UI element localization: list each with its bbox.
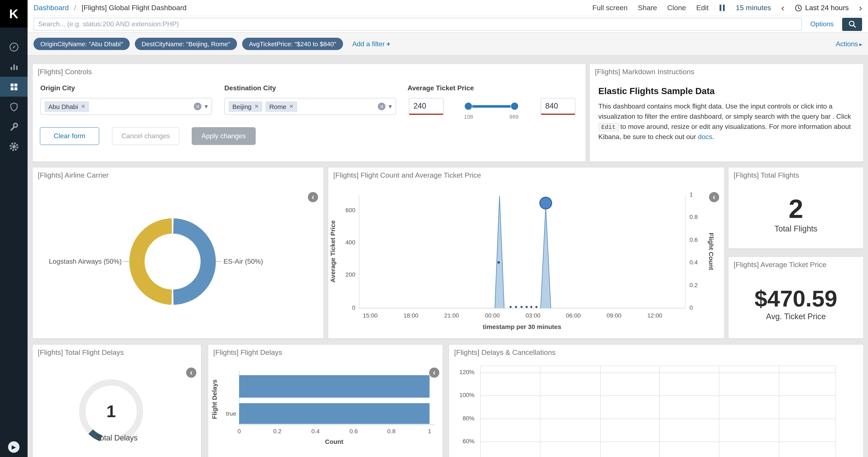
clear-selection-icon[interactable]: ✕ (194, 103, 202, 110)
markdown-body: Elastic Flights Sample Data This dashboa… (590, 80, 863, 142)
edit-button[interactable]: Edit (696, 4, 709, 12)
filter-pill-origin-city[interactable]: OriginCityName: "Abu Dhabi" (33, 38, 130, 50)
delays-cancellations-chart[interactable]: 120% 100% 80% 60% (449, 360, 864, 457)
top-menu: Full screen Share Clone Edit 15 minutes … (592, 3, 862, 12)
remove-pill-icon[interactable]: ✕ (254, 103, 259, 109)
remove-pill-icon[interactable]: ✕ (289, 103, 293, 109)
chevron-down-icon[interactable]: ▾ (389, 103, 392, 110)
metric[interactable]: $470.59 Avg. Ticket Price (728, 270, 863, 338)
cancel-changes-button[interactable]: Cancel changes (112, 127, 179, 145)
chevron-down-icon[interactable]: ▾ (205, 103, 208, 110)
panel-title: [Flights] Total Flight Delays (33, 345, 201, 361)
origin-city-combobox[interactable]: Abu Dhabi ✕ ✕ ▾ (40, 98, 212, 115)
share-button[interactable]: Share (638, 4, 657, 12)
slider-handle-max[interactable] (511, 103, 518, 110)
kibana-logo[interactable]: K (0, 0, 28, 28)
price-max-input[interactable] (540, 98, 576, 115)
query-bar: Options (28, 16, 868, 33)
svg-text:600: 600 (345, 207, 355, 214)
x-axis-title: Count (325, 438, 343, 445)
avg-price-area-series[interactable] (495, 196, 551, 308)
collapse-play-icon: ▶ (12, 444, 16, 450)
airline-donut-chart[interactable] (122, 211, 223, 313)
clear-form-button[interactable]: Clear form (40, 127, 99, 145)
svg-text:100%: 100% (459, 392, 474, 398)
label-line (123, 261, 129, 262)
x-axis-title: timestamp per 30 minutes (483, 323, 561, 330)
svg-text:06:00: 06:00 (566, 312, 581, 319)
search-icon (848, 20, 856, 28)
time-picker-button[interactable]: Last 24 hours (795, 4, 849, 12)
sidebar-item-dev-tools[interactable] (0, 117, 28, 136)
flight-delays-bar-chart[interactable]: true 0 0.2 0.4 0.6 0.8 1 Count Flight De… (208, 360, 443, 457)
pause-refresh-button[interactable] (719, 5, 725, 11)
svg-text:03:00: 03:00 (526, 312, 540, 319)
slider-min-label: 108 (464, 113, 473, 120)
breadcrumb-dashboard-link[interactable]: Dashboard (33, 4, 69, 12)
panel-average-ticket-price: [Flights] Average Ticket Price $470.59 A… (728, 257, 864, 339)
sidebar-item-discover[interactable] (0, 37, 28, 57)
svg-text:12:00: 12:00 (647, 312, 662, 319)
panel-controls: [Flights] Controls Origin City Abu Dhabi… (32, 64, 586, 162)
filter-actions-button[interactable]: Actions▸ (836, 40, 862, 48)
y-axis-left-ticks: 0 200 400 600 (345, 207, 355, 311)
clock-icon (795, 4, 802, 12)
sidebar-item-monitoring[interactable] (0, 97, 28, 117)
spy-panel-icon[interactable]: ‹ (186, 367, 196, 378)
time-back-button[interactable]: ‹ (781, 3, 784, 12)
metric-label: Total Flights (775, 224, 817, 233)
visualize-barchart-icon (8, 61, 19, 72)
remove-pill-icon[interactable]: ✕ (81, 103, 85, 109)
markdown-text: This dashboard contains mock flight data… (598, 103, 851, 120)
svg-text:80%: 80% (463, 415, 474, 422)
bar-true-1[interactable] (239, 375, 430, 398)
pause-icon (723, 5, 725, 11)
clone-button[interactable]: Clone (667, 4, 686, 12)
refresh-interval-button[interactable]: 15 minutes (736, 4, 771, 12)
edit-code-chip: Edit (598, 123, 618, 131)
apply-changes-button[interactable]: Apply changes (192, 127, 256, 145)
axis-lines (359, 195, 685, 308)
panel-flight-count-avg-price: [Flights] Flight Count and Average Ticke… (328, 167, 725, 339)
dev-tools-wrench-icon (8, 121, 19, 132)
svg-text:0: 0 (352, 304, 355, 311)
caret-right-icon: ▸ (859, 41, 862, 47)
price-min-input[interactable] (409, 98, 443, 115)
sidebar-nav (0, 37, 28, 157)
destination-city-combobox[interactable]: Beijing ✕ Rome ✕ ✕ ▾ (224, 98, 396, 115)
query-options-link[interactable]: Options (810, 20, 834, 28)
flight-count-chart[interactable]: 0 200 400 600 0 0.2 0.4 0.6 0.8 1 15 (328, 183, 725, 339)
sidebar-item-dashboard[interactable] (0, 77, 28, 97)
bar-true-2[interactable] (239, 403, 430, 424)
clear-selection-icon[interactable]: ✕ (378, 103, 386, 110)
search-button[interactable] (842, 18, 862, 31)
sidebar-item-management[interactable] (0, 136, 28, 157)
fullscreen-button[interactable]: Full screen (592, 4, 627, 12)
filter-pill-avg-ticket-price[interactable]: AvgTicketPrice: "$240 to $840" (242, 38, 343, 50)
pill-label: Abu Dhabi (48, 103, 78, 110)
svg-text:0.6: 0.6 (689, 236, 698, 243)
price-range-slider[interactable]: 108 999 (464, 100, 519, 113)
time-forward-button[interactable]: › (859, 3, 862, 12)
breadcrumb-separator: / (74, 4, 76, 12)
x-axis-ticks: 15:00 18:00 21:00 00:00 03:00 06:00 09:0… (363, 312, 662, 319)
metric[interactable]: 2 Total Flights (728, 180, 863, 249)
panel-title: [Flights] Flight Delays (208, 345, 443, 361)
sidebar-item-visualize[interactable] (0, 57, 28, 77)
svg-text:0.2: 0.2 (273, 428, 282, 434)
add-filter-button[interactable]: Add a filter+ (352, 40, 390, 48)
panel-title: [Flights] Airline Carrier (33, 167, 323, 184)
panel-title: [Flights] Markdown Instructions (590, 64, 863, 80)
collapse-nav-button[interactable]: ▶ (8, 441, 20, 453)
flight-count-marker[interactable] (540, 197, 552, 209)
time-range-label: Last 24 hours (805, 4, 849, 12)
search-input[interactable] (33, 18, 802, 31)
svg-text:0.8: 0.8 (388, 428, 396, 434)
slider-handle-min[interactable] (465, 103, 472, 110)
spy-panel-icon[interactable]: ‹ (308, 192, 318, 202)
x-axis-ticks: 0 0.2 0.4 0.6 0.8 1 (238, 428, 431, 434)
svg-text:0.6: 0.6 (350, 428, 358, 434)
filter-pill-dest-city[interactable]: DestCityName: "Beijing, Rome" (135, 38, 237, 50)
docs-link[interactable]: docs (698, 133, 712, 140)
svg-text:60%: 60% (463, 438, 474, 445)
